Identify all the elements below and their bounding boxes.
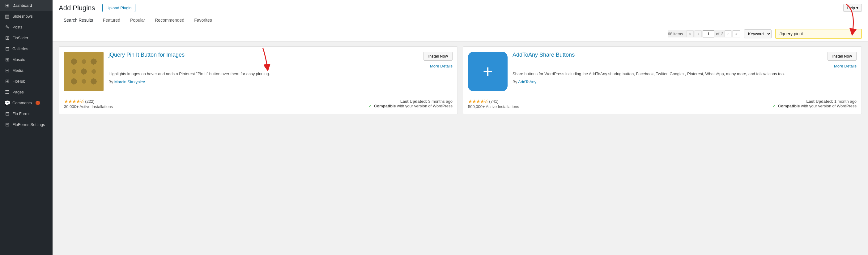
- sidebar-item-mosaic[interactable]: ⊞ Mosaic: [0, 54, 53, 65]
- dashboard-icon: ⊞: [4, 2, 10, 8]
- sidebar-item-dashboard[interactable]: ⊞ Dashboard: [0, 0, 53, 11]
- sidebar-item-floslider[interactable]: ⊞ FloSlider: [0, 32, 53, 43]
- search-type-select[interactable]: Keyword: [744, 29, 772, 38]
- stars-addtoany: ★★★★½: [468, 98, 488, 104]
- last-updated-jquery: Last Updated: 3 months ago: [369, 99, 453, 104]
- upload-plugin-button[interactable]: Upload Plugin: [102, 4, 135, 12]
- sidebar-item-floformssettings[interactable]: ⊟ FloForms Settings: [0, 119, 53, 130]
- sidebar-item-slideshows[interactable]: ▤ Slideshows: [0, 11, 53, 22]
- pagination-prev[interactable]: ‹: [695, 30, 702, 37]
- chevron-down-icon: ▾: [856, 6, 859, 10]
- plugins-grid: jQuery Pin It Button for Images Install …: [53, 41, 868, 119]
- plugin-thumb-addtoany: +: [468, 52, 507, 91]
- sidebar-item-comments[interactable]: 💬 Comments 1: [0, 97, 53, 108]
- compatible-addtoany: ✓ Compatible with your version of WordPr…: [773, 104, 857, 108]
- tab-favorites[interactable]: Favorites: [189, 15, 217, 26]
- media-icon: ⊟: [4, 67, 10, 73]
- install-button-jquery[interactable]: Install Now: [424, 52, 453, 61]
- plugin-thumb-jquery: [64, 52, 103, 91]
- plugin-author-link-jquery[interactable]: Marcin Skrzypiec: [114, 80, 145, 84]
- rating-count-addtoany: (741): [489, 99, 498, 104]
- plugin-desc-addtoany: Share buttons for WordPress including th…: [513, 71, 857, 77]
- sidebar-item-pages[interactable]: ☰ Pages: [0, 87, 53, 97]
- plugin-author-addtoany: By AddToAny: [513, 80, 857, 84]
- plugin-card-addtoany: + AddToAny Share Buttons Install Now Mor…: [463, 47, 862, 114]
- plugin-desc-jquery: Highlights images on hover and adds a Pi…: [108, 71, 453, 77]
- pagination-last[interactable]: »: [733, 30, 740, 37]
- pagination-total: 3: [721, 32, 723, 36]
- last-updated-addtoany: Last Updated: 1 month ago: [773, 99, 857, 104]
- sidebar-item-flohub[interactable]: ⊞ FloHub: [0, 76, 53, 87]
- plugin-info-jquery: jQuery Pin It Button for Images Install …: [108, 52, 453, 84]
- search-input[interactable]: [775, 29, 862, 39]
- meta-jquery: Last Updated: 3 months ago ✓ Compatible …: [369, 99, 453, 108]
- tab-featured[interactable]: Featured: [98, 15, 125, 26]
- checkmark-jquery: ✓: [369, 104, 372, 108]
- items-count: 68 items: [668, 32, 683, 36]
- installs-jquery: 30,000+ Active Installations: [64, 104, 113, 109]
- rating-count-jquery: (222): [85, 99, 94, 104]
- posts-icon: ✎: [4, 24, 10, 30]
- tab-search-results[interactable]: Search Results: [59, 15, 98, 26]
- plugin-name-addtoany[interactable]: AddToAny Share Buttons: [513, 52, 575, 58]
- sidebar-item-floforms[interactable]: ⊟ Flo Forms: [0, 108, 53, 119]
- flohub-icon: ⊞: [4, 78, 10, 84]
- tab-popular[interactable]: Popular: [125, 15, 150, 26]
- mosaic-icon: ⊞: [4, 57, 10, 62]
- plugin-info-addtoany: AddToAny Share Buttons Install Now More …: [513, 52, 857, 84]
- sidebar-item-posts[interactable]: ✎ Posts: [0, 22, 53, 32]
- floformssettings-icon: ⊟: [4, 122, 10, 128]
- stars-jquery: ★★★★½: [64, 98, 84, 104]
- plus-icon: +: [483, 63, 493, 80]
- sidebar: ⊞ Dashboard ▤ Slideshows ✎ Posts ⊞ FloSl…: [0, 0, 53, 255]
- floforms-icon: ⊟: [4, 111, 10, 117]
- plugin-tabs: Search Results Featured Popular Recommen…: [59, 15, 862, 26]
- slideshows-icon: ▤: [4, 13, 10, 19]
- pagination-next[interactable]: ›: [724, 30, 732, 37]
- installs-addtoany: 500,000+ Active Installations: [468, 104, 519, 109]
- comments-badge: 1: [35, 101, 40, 105]
- plugin-name-jquery[interactable]: jQuery Pin It Button for Images: [108, 52, 185, 58]
- install-button-addtoany[interactable]: Install Now: [828, 52, 857, 61]
- pages-icon: ☰: [4, 89, 10, 95]
- pagination-first[interactable]: «: [686, 30, 694, 37]
- meta-addtoany: Last Updated: 1 month ago ✓ Compatible w…: [773, 99, 857, 108]
- more-details-addtoany[interactable]: More Details: [834, 64, 857, 68]
- plugin-author-link-addtoany[interactable]: AddToAny: [518, 80, 536, 84]
- pagination: 68 items « ‹ of 3 › »: [668, 30, 740, 37]
- sidebar-item-galleries[interactable]: ⊟ Galleries: [0, 43, 53, 54]
- plugin-rating-jquery: ★★★★½ (222): [64, 98, 113, 104]
- more-details-jquery[interactable]: More Details: [430, 64, 453, 68]
- pagination-current-page[interactable]: [703, 30, 714, 37]
- comments-icon: 💬: [4, 100, 10, 106]
- plugin-rating-addtoany: ★★★★½ (741): [468, 98, 519, 104]
- plugin-author-jquery: By Marcin Skrzypiec: [108, 80, 453, 84]
- checkmark-addtoany: ✓: [773, 104, 776, 108]
- tab-recommended[interactable]: Recommended: [150, 15, 189, 26]
- floslider-icon: ⊞: [4, 35, 10, 41]
- page-title: Add Plugins: [59, 4, 95, 12]
- galleries-icon: ⊟: [4, 46, 10, 52]
- pagination-of: of: [716, 32, 719, 36]
- compatible-jquery: ✓ Compatible with your version of WordPr…: [369, 104, 453, 108]
- plugin-card-jquery-pin-it: jQuery Pin It Button for Images Install …: [59, 47, 458, 114]
- main-content: Add Plugins Upload Plugin Help ▾ Search …: [53, 0, 868, 255]
- sidebar-item-media[interactable]: ⊟ Media: [0, 65, 53, 76]
- help-button[interactable]: Help ▾: [843, 4, 862, 12]
- page-header: Add Plugins Upload Plugin Help ▾ Search …: [53, 0, 868, 26]
